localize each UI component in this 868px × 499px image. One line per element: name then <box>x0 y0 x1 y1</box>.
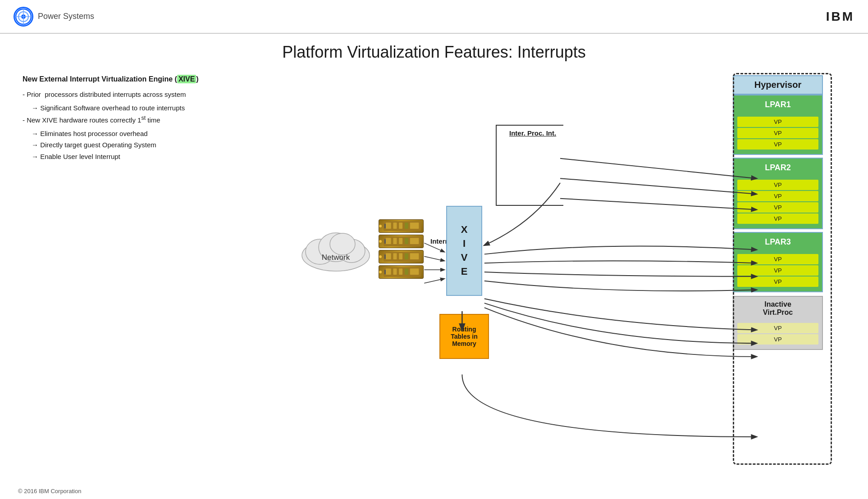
lpar2-header: LPAR2 <box>734 159 822 177</box>
lpar1-header: LPAR1 <box>734 95 822 114</box>
lpar2-vp-4: VP <box>737 213 818 224</box>
bullet-5: → Directly target guest Operating System <box>32 139 266 151</box>
left-panel: New External Interrupt Virtualization En… <box>18 66 270 499</box>
lpar1-block: LPAR1 VP VP VP <box>733 95 823 155</box>
svg-point-9 <box>330 233 355 255</box>
routing-box: RoutingTables inMemory <box>439 314 489 359</box>
network-cards <box>379 219 424 279</box>
network-card-1 <box>379 219 424 233</box>
inactive-vp-2: VP <box>737 334 818 345</box>
bullet-4: → Eliminates host processor overhead <box>32 128 266 140</box>
svg-rect-28 <box>399 253 402 259</box>
svg-rect-38 <box>384 270 386 274</box>
svg-text:Network: Network <box>322 253 350 262</box>
svg-rect-21 <box>399 238 402 244</box>
lpar1-vp-2: VP <box>737 128 818 138</box>
svg-line-40 <box>560 178 756 194</box>
svg-rect-24 <box>384 239 386 244</box>
svg-rect-36 <box>405 268 408 275</box>
svg-rect-33 <box>386 268 391 275</box>
svg-rect-12 <box>386 222 391 229</box>
lpar2-vp-2: VP <box>737 191 818 201</box>
slide-title: Platform Virtualization Features: Interr… <box>0 34 868 66</box>
svg-rect-34 <box>393 268 397 275</box>
svg-rect-19 <box>386 238 391 244</box>
svg-rect-20 <box>393 238 397 244</box>
svg-line-39 <box>560 159 756 179</box>
inactive-inner: VP VP <box>734 320 822 349</box>
lpar3-header: LPAR3 <box>734 233 822 251</box>
logo-area: Power Systems <box>14 7 94 27</box>
lpar2-vp-3: VP <box>737 202 818 213</box>
content-area: New External Interrupt Virtualization En… <box>0 66 868 499</box>
inactive-vp-1: VP <box>737 323 818 333</box>
inactive-header: InactiveVirt.Proc <box>734 297 822 320</box>
power-systems-icon <box>14 7 33 27</box>
diagram-area: Inter. Proc. Int. Network <box>270 71 850 499</box>
lpar1-inner: VP VP VP <box>734 114 822 154</box>
copyright-text: © 2016 IBM Corporation <box>18 488 81 494</box>
network-card-2 <box>379 235 424 248</box>
footer: © 2016 IBM Corporation <box>18 488 81 494</box>
logo-text: Power Systems <box>38 12 94 21</box>
svg-rect-26 <box>386 253 391 259</box>
network-card-4 <box>379 265 424 279</box>
svg-line-44 <box>424 256 444 261</box>
lpar1-vp-3: VP <box>737 139 818 150</box>
svg-rect-16 <box>410 222 419 229</box>
svg-rect-13 <box>393 222 397 229</box>
bullet-3: - New XIVE hardware routes correctly 1st… <box>23 113 266 126</box>
svg-rect-35 <box>399 268 402 275</box>
svg-rect-29 <box>405 253 408 259</box>
svg-rect-31 <box>384 254 386 259</box>
lpar3-vp-2: VP <box>737 265 818 276</box>
svg-rect-30 <box>410 253 419 259</box>
bullet-6: → Enable User level Interrupt <box>32 151 266 163</box>
bullet-1: - Prior processors distributed interrupt… <box>23 89 266 100</box>
xive-box: XIVE <box>446 206 482 296</box>
svg-rect-27 <box>393 253 397 259</box>
lpar3-block: LPAR3 VP VP VP <box>733 232 823 292</box>
intro-text: New External Interrupt Virtualization En… <box>23 75 266 83</box>
inter-proc-label: Inter. Proc. Int. <box>509 129 556 137</box>
inactive-block: InactiveVirt.Proc VP VP <box>733 296 823 350</box>
cloud-shape: Network <box>297 224 370 269</box>
lpar2-block: LPAR2 VP VP VP VP <box>733 158 823 229</box>
lpar2-inner: VP VP VP VP <box>734 177 822 228</box>
bullet-2: → Significant Software overhead to route… <box>32 102 266 114</box>
ibm-logo: IBM <box>826 9 854 24</box>
bullet-list: - Prior processors distributed interrupt… <box>23 89 266 162</box>
svg-rect-23 <box>410 238 419 244</box>
lpar3-vp-3: VP <box>737 277 818 287</box>
hypervisor-column: Hypervisor LPAR1 VP VP VP LPAR2 VP VP VP… <box>733 75 823 350</box>
lpar1-vp-1: VP <box>737 117 818 127</box>
svg-rect-15 <box>405 222 408 229</box>
lpar2-vp-1: VP <box>737 180 818 190</box>
routing-label: RoutingTables inMemory <box>451 326 478 347</box>
svg-line-41 <box>560 199 756 210</box>
lpar3-vp-1: VP <box>737 254 818 264</box>
svg-rect-22 <box>405 238 408 244</box>
svg-rect-14 <box>399 222 402 229</box>
svg-rect-17 <box>384 224 386 228</box>
network-card-3 <box>379 250 424 263</box>
svg-rect-37 <box>410 268 419 275</box>
header: Power Systems IBM <box>0 0 868 34</box>
lpar3-inner: VP VP VP <box>734 251 822 291</box>
xive-highlight: XIVE <box>177 75 196 83</box>
ipi-box <box>496 125 563 206</box>
xive-label: XIVE <box>461 223 468 278</box>
hypervisor-header: Hypervisor <box>733 75 823 95</box>
svg-line-46 <box>424 279 444 283</box>
